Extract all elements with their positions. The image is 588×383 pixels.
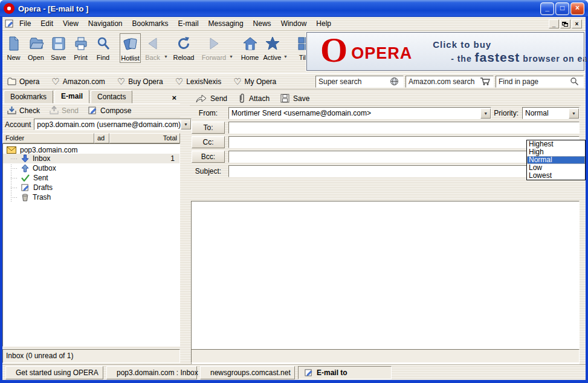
panel-close-icon[interactable]: × — [172, 93, 176, 102]
priority-option-lowest[interactable]: Lowest — [527, 172, 585, 180]
menu-window[interactable]: Window — [276, 18, 312, 30]
menu-help[interactable]: Help — [311, 18, 336, 30]
column-unread[interactable]: ad — [94, 133, 109, 143]
mail-panel-toolbar: Check Send Compose — [2, 104, 180, 117]
heart-icon: ♡ — [117, 76, 125, 87]
send-message-button[interactable]: Send — [196, 94, 227, 103]
child-close-button[interactable]: × — [572, 19, 582, 28]
menu-edit[interactable]: Edit — [36, 18, 58, 30]
save-draft-button[interactable]: Save — [280, 94, 309, 103]
child-minimize-button[interactable]: _ — [549, 19, 559, 28]
active-dropdown-caret[interactable]: ▼ — [283, 54, 288, 59]
forward-dropdown-caret[interactable]: ▼ — [229, 54, 234, 59]
save-floppy-small-icon — [280, 94, 289, 103]
print-button[interactable]: Print — [70, 33, 91, 62]
paperclip-icon — [238, 93, 245, 103]
from-dropdown-arrow-icon[interactable]: ▼ — [480, 108, 491, 119]
open-button[interactable]: Open — [25, 33, 47, 62]
taskbar-tab-get-started[interactable]: Get started using OPERA — [5, 366, 103, 379]
title-bar: Opera - [E-mail to ] _ □ × — [0, 0, 588, 17]
bookmark-folder-opera[interactable]: Opera — [7, 77, 39, 86]
minimize-button[interactable]: _ — [540, 2, 554, 15]
tab-email[interactable]: E-mail — [54, 90, 89, 103]
menu-email[interactable]: E-mail — [173, 18, 204, 30]
inbox-icon — [21, 154, 29, 163]
hotlist-cards-icon — [120, 35, 140, 53]
bcc-row: Bcc: — [190, 149, 581, 164]
opera-banner-brand: OPERA — [351, 44, 412, 63]
send-arrow-icon — [196, 94, 207, 103]
taskbar-tab-newsgroups[interactable]: newsgroups.comcast.net — [200, 366, 295, 379]
send-queued-button[interactable]: Send — [50, 106, 79, 115]
tab-bookmarks[interactable]: Bookmarks — [4, 90, 53, 103]
document-system-menu-icon[interactable] — [5, 19, 15, 28]
menu-navigation[interactable]: Navigation — [83, 18, 128, 30]
inbox-total-count: 1 — [170, 154, 179, 163]
taskbar-tab-inbox[interactable]: pop3.domain.com : Inbox — [106, 366, 197, 379]
column-folder[interactable]: Folder — [2, 133, 94, 143]
bookmark-lexisnexis[interactable]: ♡LexisNexis — [175, 76, 221, 87]
child-restore-button[interactable] — [560, 19, 570, 28]
super-search-input[interactable] — [316, 77, 390, 86]
compose-button[interactable]: Compose — [88, 106, 131, 115]
active-button[interactable]: Active — [262, 33, 283, 62]
forward-button[interactable]: Forward — [199, 33, 228, 62]
check-mail-button[interactable]: Check — [7, 106, 40, 115]
tree-item-trash[interactable]: Trash — [3, 192, 179, 202]
bcc-button[interactable]: Bcc: — [192, 151, 225, 163]
opera-banner-ad[interactable]: O OPERA Click to buy - the fastest brows… — [306, 32, 584, 71]
home-button[interactable]: Home — [239, 33, 260, 62]
column-total[interactable]: Total — [109, 133, 180, 143]
compose-icon — [88, 106, 97, 115]
magnifier-icon[interactable] — [570, 77, 583, 86]
menu-messaging[interactable]: Messaging — [204, 18, 248, 30]
menu-bookmarks[interactable]: Bookmarks — [128, 18, 173, 30]
amazon-search-input[interactable] — [406, 77, 480, 86]
from-input[interactable] — [229, 109, 480, 117]
mail-account-envelope-icon — [7, 146, 16, 154]
menu-file[interactable]: File — [15, 18, 36, 30]
tree-item-outbox[interactable]: Outbox — [3, 163, 179, 173]
menu-view[interactable]: View — [58, 18, 83, 30]
trash-icon — [21, 193, 29, 201]
account-combobox[interactable]: pop3.domain.com (username@domain.com) ▼ — [34, 119, 192, 130]
tab-contacts[interactable]: Contacts — [91, 90, 132, 103]
hotlist-button[interactable]: Hotlist — [120, 33, 141, 63]
back-button[interactable]: Back — [142, 33, 163, 62]
bookmark-my-opera[interactable]: ♡My Opera — [233, 76, 276, 87]
save-button[interactable]: Save — [48, 33, 69, 62]
folder-icon — [7, 77, 16, 85]
personal-bar: Opera ♡Amazon.com ♡Buy Opera ♡LexisNexis… — [2, 73, 586, 90]
globe-icon[interactable] — [390, 77, 403, 86]
priority-dropdown-arrow-icon[interactable]: ▼ — [569, 108, 579, 119]
compose-window: Send Attach Save From: ▼ — [190, 91, 581, 364]
tree-item-inbox[interactable]: Inbox 1 — [3, 154, 179, 163]
attach-button[interactable]: Attach — [238, 93, 270, 103]
cc-button[interactable]: Cc: — [192, 136, 225, 148]
find-in-page-box — [496, 76, 584, 88]
compose-status-strip — [191, 349, 580, 363]
find-button[interactable]: Find — [92, 33, 114, 62]
tree-item-account[interactable]: pop3.domain.com — [3, 144, 179, 154]
taskbar-tab-email-to[interactable]: E-mail to — [298, 366, 392, 379]
new-button[interactable]: New — [3, 33, 24, 62]
check-mail-icon — [7, 106, 16, 115]
menu-news[interactable]: News — [248, 18, 276, 30]
to-button[interactable]: To: — [192, 122, 225, 134]
cc-row: Cc: — [190, 135, 581, 149]
close-button[interactable]: × — [570, 2, 584, 15]
priority-combobox[interactable]: Normal ▼ — [522, 107, 580, 119]
open-folder-icon — [25, 34, 47, 53]
tree-item-sent[interactable]: Sent — [3, 173, 179, 183]
maximize-button[interactable]: □ — [555, 2, 569, 15]
account-row: Account pop3.domain.com (username@domain… — [2, 117, 180, 131]
find-in-page-input[interactable] — [496, 77, 570, 86]
reload-button[interactable]: Reload — [169, 33, 198, 62]
to-input[interactable] — [229, 123, 579, 132]
bookmark-buy-opera[interactable]: ♡Buy Opera — [117, 76, 163, 87]
message-body-input[interactable] — [191, 201, 580, 364]
shopping-cart-icon[interactable] — [480, 77, 493, 86]
bookmark-amazon[interactable]: ♡Amazon.com — [51, 76, 105, 87]
tree-item-drafts[interactable]: Drafts — [3, 183, 179, 192]
back-dropdown-caret[interactable]: ▼ — [164, 54, 169, 59]
